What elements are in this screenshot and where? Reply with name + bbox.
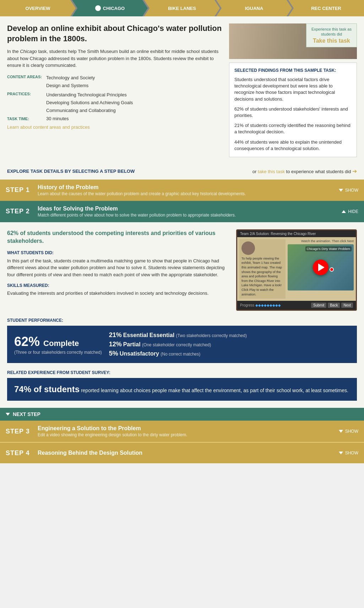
step-2-title: Ideas for Solving the Problem: [38, 206, 342, 212]
step-2-bar[interactable]: STEP 2 Ideas for Solving the Problem Mat…: [0, 201, 364, 222]
content-areas-label: CONTENT AREAS:: [7, 74, 46, 90]
step-2-right: Team 2/A Solution: Reversing the Chicago…: [236, 229, 357, 311]
survey-title: RELATED EXPERIENCE FROM STUDENT SURVEY:: [7, 370, 357, 375]
survey-section: RELATED EXPERIENCE FROM STUDENT SURVEY: …: [0, 370, 364, 408]
finding-item-3: 21% of students correctly identified the…: [234, 122, 352, 135]
explore-section: EXPLORE TASK DETAILS BY SELECTING A STEP…: [0, 164, 364, 180]
main-description: In the Chicago task, students help The S…: [7, 48, 222, 69]
performance-title: STUDENT PERFORMANCE:: [7, 318, 357, 323]
video-map: Chicago's Dirty Water Problem: [288, 244, 354, 290]
step-2-toggle[interactable]: HIDE: [342, 209, 358, 214]
video-avatar: [241, 241, 255, 255]
task-time-value: 30 minutes: [46, 116, 69, 121]
skills-text: Evaluating the interests and priorities …: [7, 290, 229, 297]
step-1-toggle[interactable]: SHOW: [339, 188, 358, 193]
video-content: To help people viewing the exhibit, Team…: [237, 237, 356, 301]
video-right-panel: Watch the animation. Then click Next Chi…: [288, 239, 354, 299]
survey-big-percent: 74% of students: [14, 384, 80, 394]
perf-row-2: 12% Partial (One stakeholder correctly m…: [109, 341, 350, 348]
next-step-bar[interactable]: NEXT STEP: [0, 408, 364, 421]
task-image: Experience this task as students did Tak…: [229, 23, 357, 59]
nav-item-bike-lanes[interactable]: BIKE LANES: [144, 0, 220, 16]
chevron-down-step4-icon: [339, 452, 343, 454]
skills-title: SKILLS MEASURED:: [7, 283, 229, 288]
nav-item-iguana[interactable]: IGUANA: [216, 0, 292, 16]
nav-item-overview[interactable]: OVERVIEW: [0, 0, 76, 16]
progress-label: Progress ◆◆◆◆◆◆◆◆◆: [240, 303, 281, 307]
step-3-bar[interactable]: STEP 3 Engineering a Solution to the Pro…: [0, 421, 364, 442]
step-2-subtitle: Match different points of view about how…: [38, 213, 342, 218]
play-button[interactable]: [313, 260, 328, 275]
meta-row-task-time: TASK TIME: 30 minutes: [7, 116, 222, 121]
findings-title: SELECTED FINDINGS FROM THIS SAMPLE TASK:: [234, 68, 352, 73]
step-1-bar[interactable]: STEP 1 History of the Problem Learn abou…: [0, 180, 364, 201]
findings-box: SELECTED FINDINGS FROM THIS SAMPLE TASK:…: [229, 63, 357, 157]
step-4-bar[interactable]: STEP 4 Reasoning Behind the Design Solut…: [0, 442, 364, 463]
finding-item-4: 44% of students were able to explain the…: [234, 139, 352, 152]
step-2-left: 62% of students understood the competing…: [7, 229, 229, 311]
step-4-toggle[interactable]: SHOW: [339, 450, 358, 455]
main-content: Develop an online exhibit about Chicago'…: [0, 16, 364, 164]
performance-main: 62% Complete: [14, 334, 102, 349]
take-task-cta[interactable]: Take this task: [311, 38, 352, 44]
video-thumbnail[interactable]: Team 2/A Solution: Reversing the Chicago…: [236, 229, 357, 311]
video-left-panel: To help people viewing the exhibit, Team…: [239, 239, 286, 299]
performance-section: STUDENT PERFORMANCE: 62% Complete (Three…: [0, 318, 364, 370]
play-icon: [318, 263, 325, 271]
nav-chicago-dot: [95, 5, 101, 11]
nav-item-chicago[interactable]: CHICAGO: [72, 0, 148, 16]
survey-text: reported learning about choices people m…: [81, 388, 348, 393]
survey-box: 74% of students reported learning about …: [7, 378, 357, 401]
take-this-task-link[interactable]: take this task: [258, 169, 285, 174]
step-1-subtitle: Learn about the causes of the water poll…: [38, 191, 339, 196]
step-3-content: Engineering a Solution to the Problem Ed…: [38, 425, 339, 437]
nav-bar: OVERVIEW CHICAGO BIKE LANES IGUANA REC C…: [0, 0, 364, 16]
performance-box: 62% Complete (Three or four stakeholders…: [7, 326, 357, 363]
practices-values: Understanding Technological Principles D…: [46, 91, 133, 114]
chevron-up-icon: [342, 210, 346, 213]
what-students-did-text: In this part of the task, students creat…: [7, 257, 229, 278]
nav-item-rec-center[interactable]: REC CENTER: [288, 0, 364, 16]
performance-right: 21% Essential Essential Essential (Two s…: [109, 331, 350, 357]
what-students-did-title: WHAT STUDENTS DID:: [7, 250, 229, 255]
step-2-stat: 62% of students understood the competing…: [7, 229, 229, 245]
next-step-label: NEXT STEP: [13, 411, 40, 417]
perf-row-1: 21% Essential Essential Essential (Two s…: [109, 331, 350, 339]
step-4-content: Reasoning Behind the Design Solution: [38, 450, 339, 456]
step-2-content: Ideas for Solving the Problem Match diff…: [38, 206, 342, 218]
step-3-toggle[interactable]: SHOW: [339, 429, 358, 434]
meta-row-practices: PRACTICES: Understanding Technological P…: [7, 91, 222, 114]
explore-label: EXPLORE TASK DETAILS BY SELECTING A STEP…: [7, 169, 135, 174]
step-1-content: History of the Problem Learn about the c…: [38, 184, 339, 196]
left-column: Develop an online exhibit about Chicago'…: [7, 23, 222, 157]
chevron-down-icon: [339, 189, 343, 192]
finding-item-2: 62% of students understood stakeholders'…: [234, 106, 352, 119]
next-button[interactable]: Next: [341, 303, 353, 308]
take-link-text: or take this task to experience what stu…: [252, 168, 357, 175]
page-title: Develop an online exhibit about Chicago'…: [7, 23, 222, 44]
content-areas-values: Technology and Society Design and System…: [46, 74, 95, 90]
learn-link[interactable]: Learn about content areas and practices: [7, 124, 90, 130]
perf-row-3: 5% Unsatisfactory (No correct matches): [109, 350, 350, 357]
chevron-down-step3-icon: [339, 430, 343, 433]
watch-label: Watch the animation. Then click Next: [288, 239, 354, 243]
step-2-expanded: 62% of students understood the competing…: [0, 222, 364, 318]
task-time-label: TASK TIME:: [7, 116, 46, 121]
meta-row-content-areas: CONTENT AREAS: Technology and Society De…: [7, 74, 222, 90]
meta-table: CONTENT AREAS: Technology and Society De…: [7, 74, 222, 121]
step-1-title: History of the Problem: [38, 184, 339, 191]
back-button[interactable]: Back: [328, 303, 340, 308]
experience-label: Experience this task as students did: [311, 27, 352, 37]
performance-sub: (Three or four stakeholders correctly ma…: [14, 350, 102, 355]
step-3-number: STEP 3: [6, 428, 38, 435]
practices-label: PRACTICES:: [7, 91, 46, 114]
finding-item-1: Students understood that societal factor…: [234, 76, 352, 102]
chevron-down-next-icon: [6, 413, 10, 416]
submit-button[interactable]: Submit: [311, 303, 326, 308]
video-bottom-bar: Progress ◆◆◆◆◆◆◆◆◆ Submit Back Next: [237, 301, 356, 310]
step-2-number: STEP 2: [6, 208, 38, 215]
step-4-number: STEP 4: [6, 449, 38, 457]
performance-left: 62% Complete (Three or four stakeholders…: [14, 334, 102, 355]
step-3-subtitle: Edit a video showing the engineering des…: [38, 432, 339, 437]
step-1-number: STEP 1: [6, 186, 38, 194]
